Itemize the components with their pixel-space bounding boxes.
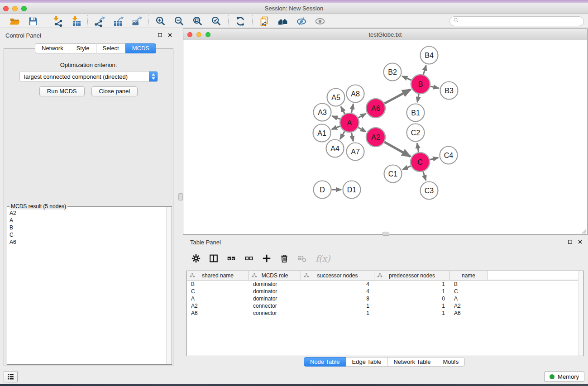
new-network-from-selection-icon[interactable] xyxy=(259,16,270,27)
task-history-button[interactable] xyxy=(4,371,18,382)
hide-selected-icon[interactable] xyxy=(296,16,307,27)
new-column-icon[interactable] xyxy=(262,253,272,263)
select-all-icon[interactable] xyxy=(226,253,236,263)
graph-node-B1[interactable]: B1 xyxy=(407,104,425,122)
graph-node-C4[interactable]: C4 xyxy=(440,147,458,164)
table-row[interactable]: A6connector11A6 xyxy=(187,310,583,317)
tab-node-table[interactable]: Node Table xyxy=(304,357,346,367)
memory-button[interactable]: Memory xyxy=(544,372,584,382)
criterion-dropdown[interactable]: largest connected component (directed) xyxy=(19,71,158,82)
graph-node-B3[interactable]: B3 xyxy=(440,82,458,100)
table-row[interactable]: Adominator80A xyxy=(187,295,583,302)
network-canvas[interactable]: B4B2BB3A8A5A6A3B1AC2A1A2A4A7C4CC1C3DD1 xyxy=(183,41,587,234)
graph-node-A[interactable]: A xyxy=(340,113,359,132)
table-cell[interactable]: C xyxy=(450,288,488,295)
import-table-icon[interactable] xyxy=(70,16,81,27)
table-row[interactable]: A2connector11A2 xyxy=(187,302,583,310)
graph-node-C[interactable]: C xyxy=(411,152,430,172)
tab-mcds[interactable]: MCDS xyxy=(125,43,156,53)
table-mode-icon[interactable] xyxy=(191,253,201,263)
graph-node-A5[interactable]: A5 xyxy=(327,89,345,106)
table-cell[interactable]: B xyxy=(450,281,488,288)
graph-node-C2[interactable]: C2 xyxy=(407,124,425,142)
table-cell[interactable]: C xyxy=(187,288,249,295)
result-list-item[interactable]: A2 xyxy=(8,210,166,217)
graph-node-A4[interactable]: A4 xyxy=(326,140,344,157)
table-cell[interactable]: A xyxy=(450,295,488,302)
graph-node-A1[interactable]: A1 xyxy=(313,124,331,142)
close-panel-icon[interactable] xyxy=(167,32,173,38)
column-header-predecessor-nodes[interactable]: predecessor nodes xyxy=(374,271,450,280)
close-panel-icon[interactable] xyxy=(577,238,583,244)
graph-node-D1[interactable]: D1 xyxy=(343,181,361,199)
graph-node-B4[interactable]: B4 xyxy=(421,47,438,64)
unselect-all-icon[interactable] xyxy=(244,253,254,263)
tab-motifs[interactable]: Motifs xyxy=(437,357,465,367)
network-zoom-button[interactable] xyxy=(206,32,210,37)
zoom-window-button[interactable] xyxy=(21,6,27,11)
table-cell[interactable]: 4 xyxy=(301,288,374,295)
search-input[interactable] xyxy=(460,18,583,24)
graph-node-B[interactable]: B xyxy=(411,75,430,94)
run-mcds-button[interactable]: Run MCDS xyxy=(39,86,85,96)
table-row[interactable]: Bdominator41B xyxy=(187,281,583,288)
result-list-scrollbar[interactable] xyxy=(166,207,171,364)
resize-grip-icon[interactable] xyxy=(580,228,587,234)
table-cell[interactable]: 1 xyxy=(374,288,450,295)
zoom-selected-icon[interactable] xyxy=(211,16,222,27)
save-session-icon[interactable] xyxy=(28,16,38,27)
function-builder-icon[interactable]: f(x) xyxy=(316,253,330,263)
float-panel-icon[interactable] xyxy=(157,32,163,38)
column-header-MCDS-role[interactable]: MCDS role xyxy=(249,271,301,280)
show-columns-icon[interactable] xyxy=(209,253,219,263)
tab-edge-table[interactable]: Edge Table xyxy=(346,357,388,367)
network-close-button[interactable] xyxy=(187,32,192,37)
table-cell[interactable]: 8 xyxy=(301,295,374,302)
table-cell[interactable]: 1 xyxy=(374,281,450,288)
minimize-window-button[interactable] xyxy=(12,6,18,11)
result-list-item[interactable]: A xyxy=(8,217,166,224)
graph-node-C1[interactable]: C1 xyxy=(384,165,402,183)
zoom-fit-icon[interactable] xyxy=(192,16,203,27)
tab-network[interactable]: Network xyxy=(35,43,70,53)
column-header-shared-name[interactable]: shared name xyxy=(187,271,249,280)
tab-select[interactable]: Select xyxy=(96,43,126,53)
zoom-out-icon[interactable] xyxy=(174,16,185,27)
tab-network-table[interactable]: Network Table xyxy=(387,357,437,367)
import-network-icon[interactable] xyxy=(52,16,62,27)
table-cell[interactable]: A6 xyxy=(187,310,249,317)
export-table-icon[interactable] xyxy=(113,16,124,27)
float-panel-icon[interactable] xyxy=(567,238,573,244)
close-panel-button[interactable]: Close panel xyxy=(91,86,138,96)
result-list-item[interactable]: C xyxy=(8,231,166,238)
column-header-successor-nodes[interactable]: successor nodes xyxy=(301,271,374,280)
show-all-icon[interactable] xyxy=(315,16,325,27)
delete-columns-icon[interactable] xyxy=(279,253,289,263)
graph-node-A8[interactable]: A8 xyxy=(347,85,364,103)
refresh-layout-icon[interactable] xyxy=(235,16,246,27)
graph-node-B2[interactable]: B2 xyxy=(384,63,402,81)
export-network-icon[interactable] xyxy=(94,16,105,27)
table-cell[interactable]: B xyxy=(187,281,249,288)
horizontal-split-handle[interactable] xyxy=(382,232,389,236)
zoom-in-icon[interactable] xyxy=(155,16,166,27)
table-cell[interactable]: dominator xyxy=(249,288,301,295)
table-cell[interactable]: 1 xyxy=(301,302,374,310)
column-header-name[interactable]: name xyxy=(450,271,488,280)
network-minimize-button[interactable] xyxy=(196,32,201,37)
table-cell[interactable]: dominator xyxy=(249,295,301,302)
graph-node-A3[interactable]: A3 xyxy=(314,104,331,121)
table-cell[interactable]: 0 xyxy=(374,295,450,302)
table-cell[interactable]: 1 xyxy=(374,302,450,310)
table-cell[interactable]: A2 xyxy=(450,302,488,310)
table-cell[interactable]: connector xyxy=(249,302,301,310)
table-cell[interactable]: 1 xyxy=(301,310,374,317)
result-list-item[interactable]: B xyxy=(8,224,166,231)
table-cell[interactable]: dominator xyxy=(249,281,301,288)
graph-node-C3[interactable]: C3 xyxy=(421,182,438,200)
table-scrollbar[interactable] xyxy=(578,271,583,356)
table-row[interactable]: Cdominator41C xyxy=(187,288,583,295)
table-cell[interactable]: connector xyxy=(249,310,301,317)
search-field[interactable] xyxy=(449,16,584,26)
close-window-button[interactable] xyxy=(3,6,9,11)
